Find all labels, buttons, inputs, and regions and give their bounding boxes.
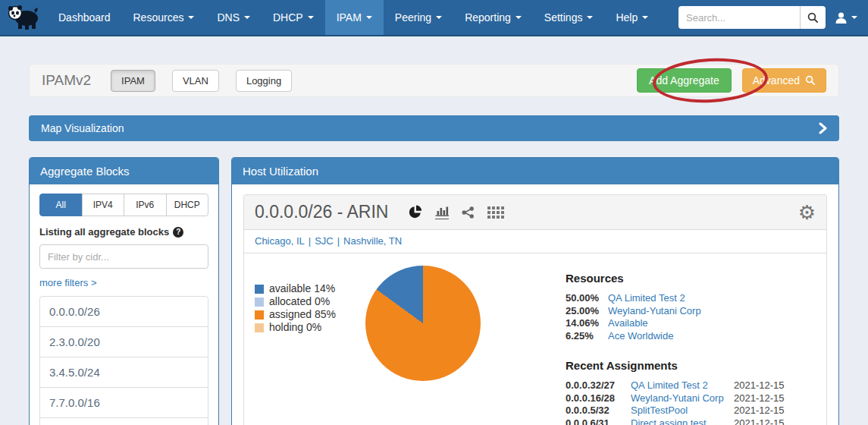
caret-down-icon: [851, 16, 857, 19]
resources-title: Resources: [566, 272, 816, 285]
page-title: IPAMv2: [42, 72, 91, 89]
navbar-right: [678, 0, 868, 35]
legend-item: holding 0%: [255, 321, 365, 334]
resource-link[interactable]: QA Limited Test 2: [608, 292, 816, 305]
legend-item: assigned 85%: [255, 308, 365, 321]
table-row: 0.0.0.5/32SplitTestPool2021-12-15: [566, 405, 816, 417]
tab-all[interactable]: All: [39, 194, 83, 216]
grid-view-icon[interactable]: [487, 206, 504, 219]
list-item[interactable]: 2.3.0.0/20: [39, 326, 208, 357]
table-row: 0.0.0.6/31Direct assign test2021-12-15: [566, 417, 816, 425]
host-utilization-header: Host Utilization: [232, 158, 838, 184]
caret-down-icon: [587, 16, 593, 19]
tab-dhcp[interactable]: DHCP: [166, 194, 209, 216]
breadcrumb: Chicago, IL|SJC|Nashville, TN: [244, 230, 826, 253]
caret-down-icon: [244, 16, 250, 19]
aggregate-filter-tabs: All IPV4 IPv6 DHCP: [39, 194, 208, 216]
panda-logo[interactable]: [0, 0, 47, 35]
table-row: 6.25%Ace Worldwide: [566, 330, 816, 343]
pie-legend: available 14% allocated 0% assigned 85% …: [255, 266, 365, 425]
map-visualization-title: Map Visualization: [41, 122, 124, 134]
utilization-toolbar: 0.0.0.0/26 - ARIN: [244, 195, 826, 230]
assignment-link[interactable]: QA Limited Test 2: [631, 379, 734, 392]
list-item[interactable]: 0.0.0.0/26: [39, 296, 208, 327]
chart-type-icons: [408, 205, 504, 219]
nav-dashboard[interactable]: Dashboard: [47, 0, 122, 35]
user-icon: [835, 11, 848, 24]
nav-dns[interactable]: DNS: [205, 0, 262, 35]
tab-ipv6[interactable]: IPv6: [124, 194, 167, 216]
listing-label: Listing all aggregate blocks ?: [39, 226, 208, 238]
page-content: IPAMv2 IPAM VLAN Logging Add Aggregate A…: [0, 64, 868, 425]
nav-peering[interactable]: Peering: [384, 0, 453, 35]
caret-down-icon: [366, 16, 372, 19]
nav-settings[interactable]: Settings: [533, 0, 605, 35]
aggregate-blocks-panel: Aggregate Blocks All IPV4 IPv6 DHCP List…: [29, 157, 219, 425]
assignment-link[interactable]: Weyland-Yutani Corp: [631, 392, 734, 405]
caret-down-icon: [188, 16, 194, 19]
header-actions: Add Aggregate Advanced: [637, 68, 826, 93]
utilization-pie-chart: [365, 266, 481, 381]
panda-logo-icon: [7, 4, 40, 31]
tab-logging[interactable]: Logging: [236, 70, 292, 92]
utilization-widget: 0.0.0.0/26 - ARIN: [243, 194, 827, 425]
legend-item: available 14%: [255, 282, 365, 295]
search-icon: [807, 12, 819, 24]
cidr-filter-input[interactable]: [39, 244, 208, 269]
page-header-strip: IPAMv2 IPAM VLAN Logging Add Aggregate A…: [29, 64, 839, 97]
share-icon[interactable]: [462, 206, 475, 219]
breadcrumb-link[interactable]: Nashville, TN: [343, 235, 402, 247]
recent-assignments-title: Recent Assignments: [566, 359, 816, 372]
resource-link[interactable]: Weyland-Yutani Corp: [608, 305, 816, 318]
nav-help[interactable]: Help: [604, 0, 660, 35]
user-menu[interactable]: [835, 11, 857, 24]
map-visualization-bar[interactable]: Map Visualization: [29, 115, 839, 141]
nav-dhcp[interactable]: DHCP: [262, 0, 325, 35]
legend-swatch-holding: [255, 323, 264, 332]
assignment-link[interactable]: Direct assign test: [631, 417, 734, 425]
resource-link[interactable]: Available: [608, 317, 816, 330]
tab-ipv4[interactable]: IPV4: [82, 194, 125, 216]
list-item[interactable]: 7.7.0.0/16: [39, 387, 208, 418]
tab-ipam[interactable]: IPAM: [111, 70, 155, 92]
legend-swatch-assigned: [255, 310, 264, 320]
pie-chart-icon[interactable]: [408, 205, 422, 219]
breadcrumb-link[interactable]: Chicago, IL: [255, 235, 305, 247]
nav-ipam[interactable]: IPAM: [325, 0, 384, 35]
resources-section: Resources 50.00%QA Limited Test 2 25.00%…: [566, 272, 816, 342]
chevron-right-icon: [819, 122, 827, 134]
legend-swatch-allocated: [255, 298, 264, 307]
table-row: 14.06%Available: [566, 317, 816, 330]
host-utilization-panel: Host Utilization 0.0.0.0/26 - ARIN: [231, 157, 839, 425]
legend-swatch-available: [255, 285, 264, 294]
bar-chart-icon[interactable]: [435, 206, 449, 219]
more-filters-link[interactable]: more filters >: [39, 277, 97, 288]
table-row: 0.0.0.32/27QA Limited Test 22021-12-15: [566, 379, 816, 392]
list-item[interactable]: 3.4.5.0/24: [39, 357, 208, 388]
search-input[interactable]: [678, 6, 800, 29]
aggregate-blocks-header: Aggregate Blocks: [30, 158, 218, 184]
list-item[interactable]: [39, 417, 208, 425]
global-search: [678, 6, 826, 29]
caret-down-icon: [308, 16, 314, 19]
caret-down-icon: [436, 16, 442, 19]
breadcrumb-link[interactable]: SJC: [315, 235, 334, 247]
help-icon[interactable]: ?: [173, 227, 183, 238]
block-title: 0.0.0.0/26 - ARIN: [255, 202, 388, 222]
legend-item: allocated 0%: [255, 295, 365, 308]
tab-vlan[interactable]: VLAN: [172, 70, 219, 92]
search-button[interactable]: [800, 6, 826, 29]
recent-assignments-section: Recent Assignments 0.0.0.32/27QA Limited…: [566, 359, 816, 425]
search-icon: [805, 75, 816, 86]
assignment-link[interactable]: SplitTestPool: [631, 405, 734, 417]
caret-down-icon: [515, 16, 522, 19]
table-row: 25.00%Weyland-Yutani Corp: [566, 305, 816, 318]
nav-resources[interactable]: Resources: [122, 0, 206, 35]
nav-reporting[interactable]: Reporting: [453, 0, 533, 35]
top-navbar: Dashboard Resources DNS DHCP IPAM Peerin…: [0, 0, 868, 36]
gear-icon[interactable]: ⚙: [798, 203, 816, 222]
resource-link[interactable]: Ace Worldwide: [608, 330, 816, 343]
caret-down-icon: [642, 16, 648, 19]
add-aggregate-button[interactable]: Add Aggregate: [637, 68, 732, 93]
advanced-search-button[interactable]: Advanced: [742, 68, 826, 93]
